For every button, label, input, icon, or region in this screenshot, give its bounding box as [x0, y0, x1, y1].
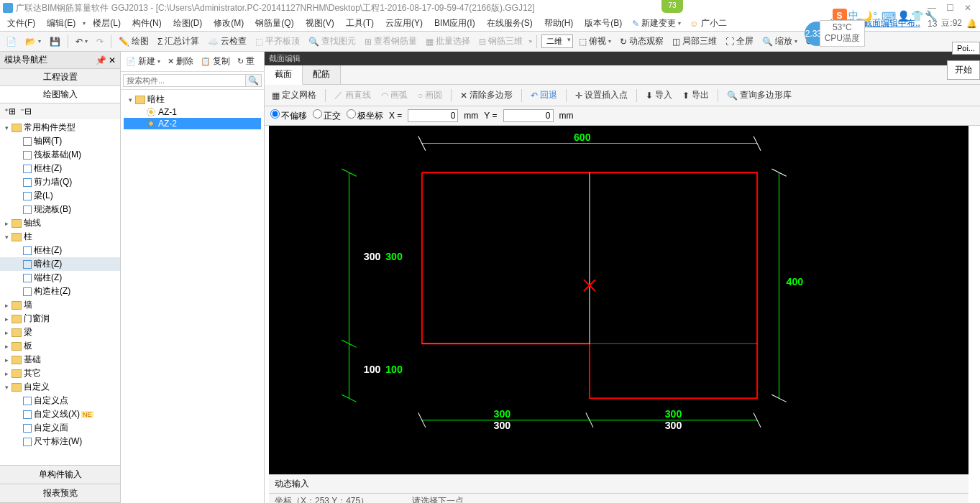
align-top-button[interactable]: ⬚ 平齐板顶 [252, 34, 303, 49]
tree-col-end[interactable]: 端柱(Z) [34, 272, 62, 284]
radio-noshift[interactable]: 不偏移 [270, 109, 307, 122]
menu-modify[interactable]: 修改(M) [209, 16, 248, 31]
tree-common[interactable]: 常用构件类型 [24, 121, 75, 134]
set-insert-button[interactable]: ✛ 设置插入点 [572, 88, 631, 103]
top-view-button[interactable]: ⬚ 俯视▾ [576, 34, 614, 49]
comp-az2[interactable]: AZ-2 [158, 119, 177, 129]
tree-col-constr[interactable]: 构造柱(Z) [34, 285, 70, 297]
menu-edit[interactable]: 编辑(E) [42, 16, 80, 31]
tree-col-frame[interactable]: 框柱(Z) [34, 244, 62, 257]
keyboard-icon[interactable]: ⌨ [881, 10, 896, 22]
tab-draw-input[interactable]: 绘图输入 [0, 86, 120, 103]
comp-root[interactable]: 暗柱 [147, 93, 165, 106]
define-grid-button[interactable]: ▦ 定义网格 [269, 88, 319, 103]
menu-tool[interactable]: 工具(T) [342, 16, 378, 31]
tree-slab2[interactable]: 板 [24, 340, 32, 352]
tree-column[interactable]: 柱 [24, 231, 32, 243]
wrench-icon[interactable]: 🔧 [925, 10, 937, 22]
menu-online[interactable]: 在线服务(S) [482, 16, 537, 31]
export-button[interactable]: ⬆ 导出 [679, 88, 712, 103]
tree-wall[interactable]: 墙 [24, 299, 32, 311]
tree-shear-wall[interactable]: 剪力墙(Q) [34, 176, 72, 188]
open-button[interactable]: 📂▾ [22, 35, 44, 48]
maximize-button[interactable]: ☐ [946, 3, 954, 13]
new-component-button[interactable]: 📄新建▾ [123, 54, 163, 69]
punct-icon[interactable]: °, [874, 10, 881, 22]
bell-icon[interactable]: 🔔 [966, 19, 977, 29]
tree-other[interactable]: 其它 [24, 367, 41, 379]
cpu-temp-widget[interactable]: 53°C CPU温度 [820, 20, 865, 47]
tree-custom-dim[interactable]: 尺寸标注(W) [34, 435, 82, 448]
y-input[interactable] [503, 109, 554, 122]
reset-button[interactable]: ↻重 [234, 54, 257, 69]
tree-beam[interactable]: 梁(L) [34, 190, 53, 202]
cloud-check-button[interactable]: ☁️云检查 [205, 34, 249, 49]
tree-beam2[interactable]: 梁 [24, 326, 32, 338]
tree-custom-face[interactable]: 自定义面 [34, 422, 68, 434]
sum-button[interactable]: Σ 汇总计算 [155, 34, 202, 49]
tree-axis-line[interactable]: 轴线 [24, 217, 41, 229]
draw-button[interactable]: ✏️绘图 [116, 34, 152, 49]
pin-icon[interactable]: 📌 ✕ [96, 55, 116, 65]
menu-cloud[interactable]: 云应用(Y) [381, 16, 427, 31]
redo-button[interactable]: ↷ [93, 35, 106, 48]
menu-draw[interactable]: 绘图(D) [169, 16, 207, 31]
tree-raft[interactable]: 筏板基础(M) [34, 149, 81, 161]
collapse-all-icon[interactable]: ⁻⊟ [20, 106, 32, 116]
draw-arc-button[interactable]: ◠ 画弧 [378, 88, 411, 103]
expand-all-icon[interactable]: ⁺⊞ [4, 106, 16, 116]
comp-az1[interactable]: AZ-1 [158, 107, 177, 117]
tab-rebar[interactable]: 配筋 [303, 65, 341, 84]
drawing-canvas[interactable]: 600 400 300 300 100 100 [269, 126, 968, 474]
tree-frame-col[interactable]: 框柱(Z) [34, 162, 62, 175]
menu-component[interactable]: 构件(N) [128, 16, 166, 31]
view-rebar-button[interactable]: ⊞ 查看钢筋量 [362, 34, 420, 49]
draw-line-button[interactable]: ／画直线 [331, 88, 374, 103]
query-polygon-button[interactable]: 🔍 查询多边形库 [724, 88, 794, 103]
new-file-button[interactable]: 📄 [3, 35, 19, 48]
menu-rebar[interactable]: 钢筋量(Q) [251, 16, 298, 31]
undo-draw-button[interactable]: ↶ 回退 [528, 88, 560, 103]
radio-polar[interactable]: 极坐标 [347, 109, 383, 122]
partial-3d-button[interactable]: ◫ 局部三维 [669, 34, 720, 49]
save-button[interactable]: 💾 [47, 35, 63, 48]
undo-button[interactable]: ↶▾ [73, 35, 91, 48]
tree-col-hidden[interactable]: 暗柱(Z) [34, 258, 62, 270]
tree-custom-line[interactable]: 自定义线(X) [34, 408, 80, 420]
dynamic-view-button[interactable]: ↻ 动态观察 [617, 34, 667, 49]
tree-opening[interactable]: 门窗洞 [24, 313, 50, 325]
draw-circle-button[interactable]: ○ 画圆 [415, 88, 445, 103]
menu-view[interactable]: 视图(V) [301, 16, 339, 31]
user-button[interactable]: ☺广小二 [687, 16, 729, 31]
start-button[interactable]: 开始 [947, 60, 980, 80]
delete-component-button[interactable]: ✕删除 [165, 54, 196, 69]
tab-report-preview[interactable]: 报表预览 [0, 484, 120, 503]
tab-section[interactable]: 截面 [265, 65, 303, 85]
tree-foundation[interactable]: 基础 [24, 354, 41, 366]
menu-help[interactable]: 帮助(H) [540, 16, 578, 31]
search-button[interactable]: 🔍 [246, 74, 262, 87]
import-button[interactable]: ⬇ 导入 [643, 88, 675, 103]
tree-custom[interactable]: 自定义 [24, 381, 50, 393]
zoom-button[interactable]: 🔍缩放▾ [759, 34, 800, 49]
dim-mode-combo[interactable]: 二维 [541, 34, 573, 48]
batch-select-button[interactable]: ▦ 批量选择 [423, 34, 473, 49]
copy-component-button[interactable]: 📋复制 [198, 54, 233, 69]
x-input[interactable] [408, 109, 458, 122]
tab-single-input[interactable]: 单构件输入 [0, 466, 120, 484]
tree-axis-grid[interactable]: 轴网(T) [34, 135, 62, 147]
search-input[interactable] [123, 74, 246, 87]
tree-slab[interactable]: 现浇板(B) [34, 203, 71, 216]
dynamic-input-label[interactable]: 动态输入 [269, 475, 968, 494]
close-button[interactable]: ✕ [964, 3, 971, 13]
menu-file[interactable]: 文件(F) [3, 16, 40, 31]
rebar-3d-button[interactable]: ⊟ 钢筋三维 [476, 34, 526, 49]
fullscreen-button[interactable]: ⛶ 全屏 [723, 34, 756, 49]
menu-floor[interactable]: 楼层(L) [88, 16, 125, 31]
menu-version[interactable]: 版本号(B) [580, 16, 626, 31]
shirt-icon[interactable]: 👕 [911, 10, 923, 22]
radio-ortho[interactable]: 正交 [313, 109, 341, 122]
find-button[interactable]: 🔍查找图元 [306, 34, 359, 49]
person-icon[interactable]: 👤 [897, 10, 910, 22]
tab-project-settings[interactable]: 工程设置 [0, 69, 120, 86]
